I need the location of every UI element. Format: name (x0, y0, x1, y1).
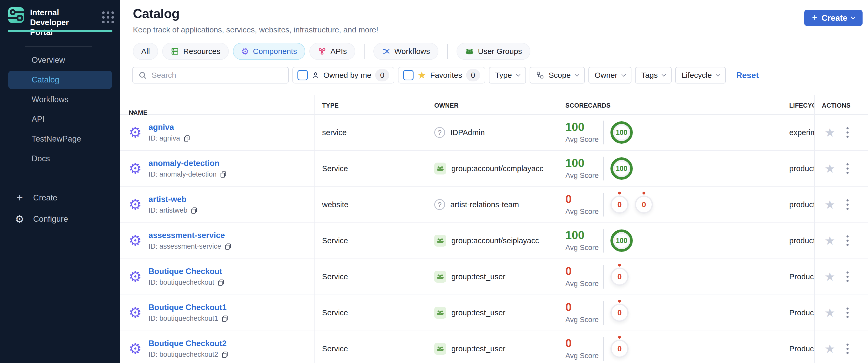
tab-components[interactable]: ⚙ Components (233, 43, 306, 60)
plus-icon: + (812, 12, 817, 23)
row-menu-icon[interactable] (845, 342, 850, 356)
sidebar-create-button[interactable]: + Create (0, 187, 120, 209)
sidebar-item-catalog[interactable]: Catalog (8, 71, 112, 89)
sidebar-item-api[interactable]: API (0, 110, 120, 129)
score-ring[interactable]: 100 (611, 230, 633, 252)
favorites-filter[interactable]: ★ Favorites 0 (398, 67, 485, 84)
lifecycle-cell: production (789, 223, 814, 259)
group-owner-icon (434, 235, 446, 247)
row-menu-icon[interactable] (845, 270, 850, 283)
entity-name-link[interactable]: Boutique Checkout2 (149, 339, 228, 348)
entity-id-text: ID: assessment-service (149, 242, 221, 250)
type-dropdown[interactable]: Type (489, 67, 526, 84)
create-button[interactable]: + Create (804, 10, 863, 26)
type-cell: Service (322, 259, 426, 295)
favorite-star-icon[interactable]: ★ (825, 235, 835, 247)
entity-name-link[interactable]: Boutique Checkout1 (149, 303, 228, 312)
unknown-owner-icon: ? (434, 127, 445, 138)
favorite-star-icon[interactable]: ★ (825, 271, 835, 283)
sidebar-item-testnewpage[interactable]: TestNewPage (0, 129, 120, 149)
row-menu-icon[interactable] (845, 162, 850, 175)
entity-name-link[interactable]: artist-web (149, 195, 198, 204)
tags-dropdown[interactable]: Tags (635, 67, 672, 84)
copy-icon[interactable] (221, 351, 228, 358)
lifecycle-dropdown[interactable]: Lifecycle (675, 67, 726, 84)
favorites-checkbox[interactable] (403, 70, 413, 80)
score-ring[interactable]: 100 (611, 157, 633, 180)
copy-icon[interactable] (217, 279, 225, 286)
entity-name-link[interactable]: Boutique Checkout (149, 267, 225, 276)
favorite-star-icon[interactable]: ★ (825, 126, 835, 139)
owner-dropdown[interactable]: Owner (588, 67, 631, 84)
component-gear-icon: ⚙ (129, 305, 142, 320)
row-menu-icon[interactable] (845, 198, 850, 211)
tab-apis[interactable]: APIs (309, 43, 355, 60)
copy-icon[interactable] (183, 135, 190, 142)
score-ring[interactable]: 0 (611, 304, 628, 322)
owned-by-me-filter[interactable]: Owned by me 0 (292, 67, 394, 84)
row-menu-icon[interactable] (845, 306, 850, 320)
column-header-lifecycle: LIFECYCLE (789, 102, 815, 109)
tab-user-groups[interactable]: User Groups (457, 43, 530, 60)
row-menu-icon[interactable] (845, 126, 850, 139)
scorecard-rings: 0 (611, 340, 628, 358)
component-gear-icon: ⚙ (129, 161, 142, 176)
copy-icon[interactable] (220, 171, 227, 178)
chevron-down-icon (516, 72, 520, 77)
sidebar: Internal Developer Portal Overview Catal… (0, 0, 120, 363)
score-ring[interactable]: 0 (611, 340, 628, 358)
actions-cell: ★ (825, 187, 850, 222)
score-ring[interactable]: 0 (635, 195, 653, 214)
owned-by-me-checkbox[interactable] (298, 70, 308, 80)
name-cell: ⚙ agniva ID: agniva (129, 115, 310, 150)
favorite-star-icon[interactable]: ★ (825, 162, 835, 175)
owner-cell: ? group:account/ccmplayacc (434, 151, 561, 186)
tab-resources[interactable]: Resources (162, 43, 228, 60)
actions-cell: ★ (825, 115, 850, 150)
actions-cell: ★ (825, 259, 850, 295)
scorecards-cell: 100 Avg Score 100 (565, 151, 710, 186)
tab-all[interactable]: All (133, 43, 158, 60)
lifecycle-cell: production (789, 151, 814, 186)
row-menu-icon[interactable] (845, 234, 850, 247)
search-box[interactable] (132, 67, 289, 84)
avg-score-label: Avg Score (565, 243, 602, 252)
tab-workflows[interactable]: Workflows (373, 43, 438, 60)
sidebar-item-docs[interactable]: Docs (0, 149, 120, 169)
name-cell: ⚙ Boutique Checkout1 ID: boutiquecheckou… (129, 295, 310, 331)
lifecycle-cell: Production (789, 259, 814, 295)
scope-dropdown[interactable]: Scope (530, 67, 585, 84)
avg-score-value: 0 (565, 193, 602, 205)
score-ring[interactable]: 100 (611, 121, 633, 144)
copy-icon[interactable] (224, 243, 231, 250)
entity-name-link[interactable]: agniva (149, 123, 190, 132)
copy-icon[interactable] (221, 315, 228, 322)
type-cell: Service (322, 151, 426, 186)
entity-id: ID: assessment-service (149, 242, 231, 250)
apps-grid-icon[interactable] (102, 11, 114, 23)
favorite-star-icon[interactable]: ★ (825, 307, 835, 319)
score-divider (603, 157, 604, 180)
sidebar-footer-divider (8, 183, 112, 183)
score-divider (603, 193, 604, 216)
sidebar-configure-button[interactable]: ⚙ Configure (0, 209, 120, 230)
copy-icon[interactable] (190, 207, 198, 214)
name-cell: ⚙ anomaly-detection ID: anomaly-detectio… (129, 151, 310, 186)
component-gear-icon: ⚙ (129, 197, 142, 212)
entity-name-link[interactable]: anomaly-detection (149, 159, 227, 168)
favorite-star-icon[interactable]: ★ (825, 343, 835, 355)
sidebar-item-overview[interactable]: Overview (0, 50, 120, 70)
reset-filters-link[interactable]: Reset (736, 70, 759, 80)
owned-by-me-count: 0 (375, 69, 389, 82)
component-gear-icon: ⚙ (129, 125, 142, 140)
sidebar-item-workflows[interactable]: Workflows (0, 90, 120, 110)
score-ring[interactable]: 0 (611, 195, 628, 214)
scorecards-cell: 0 Avg Score 00 (565, 187, 710, 222)
user-groups-icon (465, 48, 474, 55)
chevron-down-icon (851, 14, 856, 19)
favorite-star-icon[interactable]: ★ (825, 199, 835, 211)
search-input[interactable] (151, 70, 283, 80)
sort-asc-icon: ▲ (131, 109, 135, 114)
entity-name-link[interactable]: assessment-service (149, 231, 231, 240)
score-ring[interactable]: 0 (611, 268, 628, 286)
